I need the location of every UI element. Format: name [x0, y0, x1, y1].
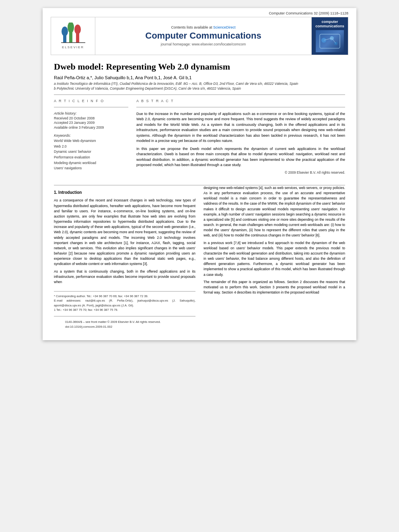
available-date: Available online 3 February 2009	[54, 125, 128, 130]
abstract-column: A B S T R A C T Due to the increase in t…	[136, 99, 345, 175]
article-body: Dweb model: Representing Web 2.0 dynamis…	[43, 55, 356, 185]
intro-right-p2: In a previous work [7,8] we introduced a…	[204, 240, 345, 277]
elsevier-logo-box: ELSEVIER	[51, 17, 95, 55]
elsevier-brand-text: ELSEVIER	[62, 45, 84, 49]
intro-p2: As a system that is continuously changin…	[54, 269, 195, 285]
divider-abstract	[136, 107, 345, 107]
cover-image	[316, 30, 344, 52]
introduction-heading: 1. Introduction	[54, 189, 195, 196]
keywords-list: World Wide Web dynamism Web 2.0 Dynamic …	[54, 138, 128, 171]
divider-info	[54, 107, 128, 107]
keywords-group: Keywords: World Wide Web dynamism Web 2.…	[54, 134, 128, 171]
article-info-abstract-section: A R T I C L E I N F O Article history: R…	[54, 99, 345, 175]
issn-line: 0140-3664/$ – see front matter © 2009 El…	[65, 320, 160, 325]
divider-1	[54, 94, 345, 95]
footer-left: 0140-3664/$ – see front matter © 2009 El…	[65, 320, 160, 329]
doi-line: doi:10.1016/j.comcom.2009.01.002	[65, 325, 160, 329]
keyword-3: Dynamic users' behavior	[54, 149, 128, 155]
footnote-corresponding: * Corresponding author. Tel.: +34 96 387…	[54, 294, 195, 298]
svg-point-3	[68, 23, 74, 33]
elsevier-tree-icon	[59, 23, 87, 45]
header-band: ELSEVIER Contents lists available at Sci…	[51, 17, 348, 55]
article-info-label: A R T I C L E I N F O	[54, 99, 128, 103]
keyword-4: Performance evaluation	[54, 155, 128, 160]
abstract-p2: In this paper we propose the Dweb model …	[136, 146, 345, 168]
history-title: Article history:	[54, 111, 128, 115]
header-center: Contents lists available at ScienceDirec…	[95, 17, 312, 55]
journal-title: Computer Communications	[145, 31, 261, 41]
two-column-body: 1. Introduction As a consequence of the …	[54, 185, 345, 333]
svg-point-1	[62, 27, 68, 36]
received-date: Received 20 October 2008	[54, 116, 128, 121]
academic-paper-page: Computer Communications 32 (2009) 1118–1…	[43, 8, 356, 340]
copyright-line: © 2009 Elsevier B.V. All rights reserved…	[136, 170, 345, 175]
abstract-label: A B S T R A C T	[136, 99, 345, 103]
article-info-column: A R T I C L E I N F O Article history: R…	[54, 99, 128, 175]
affiliation-b: b Polytechnic University of Valencia, Co…	[54, 86, 345, 90]
keyword-5: Modeling dynamic workload	[54, 160, 128, 166]
right-body-column: designing new web-related systems [4], s…	[204, 185, 345, 333]
left-body-column: 1. Introduction As a consequence of the …	[54, 185, 195, 333]
main-content: 1. Introduction As a consequence of the …	[43, 185, 356, 341]
sciencedirect-link: Contents lists available at ScienceDirec…	[171, 25, 235, 29]
authors-line: Raúl Peña-Ortiz a,*, Julio Sahuquillo b,…	[54, 75, 345, 80]
intro-right-p3: The remainder of this paper is organized…	[204, 279, 345, 296]
journal-homepage: journal homepage: www.elsevier.com/locat…	[161, 42, 246, 46]
keywords-title: Keywords:	[54, 134, 128, 138]
cover-graphic-icon	[318, 32, 342, 50]
accepted-date: Accepted 23 January 2009	[54, 121, 128, 125]
keyword-1: World Wide Web dynamism	[54, 138, 128, 144]
footer-bar: 0140-3664/$ – see front matter © 2009 El…	[54, 316, 195, 332]
keyword-2: Web 2.0	[54, 144, 128, 150]
svg-point-5	[74, 25, 81, 34]
keyword-6: Users' navigations	[54, 166, 128, 171]
footnote-area: * Corresponding author. Tel.: +34 96 387…	[54, 291, 195, 312]
abstract-text: Due to the increase in the number and po…	[136, 111, 345, 168]
sciencedirect-anchor[interactable]: ScienceDirect	[213, 25, 236, 29]
history-group: Article history: Received 20 October 200…	[54, 111, 128, 131]
journal-header: Computer Communications 32 (2009) 1118–1…	[43, 8, 356, 55]
affiliation-a: a Instituto Tecnológico de Informática (…	[54, 82, 345, 86]
intro-p1: As a consequence of the recent and inces…	[54, 198, 195, 267]
svg-line-12	[332, 38, 336, 43]
journal-meta: Computer Communications 32 (2009) 1118–1…	[51, 11, 348, 15]
cover-title: computercommunications	[315, 20, 344, 29]
article-title: Dweb model: Representing Web 2.0 dynamis…	[54, 62, 345, 72]
footnote-email: E-mail addresses: raul@iti.upv.es (R. Pe…	[54, 298, 195, 308]
footnote-1: 1 Tel.: +34 96 387 75 70; fax: +34 96 38…	[54, 308, 195, 312]
abstract-p1: Due to the increase in the number and po…	[136, 111, 345, 144]
intro-right-p1: designing new web-related systems [4], s…	[204, 185, 345, 238]
journal-cover-box: computercommunications	[312, 17, 348, 55]
